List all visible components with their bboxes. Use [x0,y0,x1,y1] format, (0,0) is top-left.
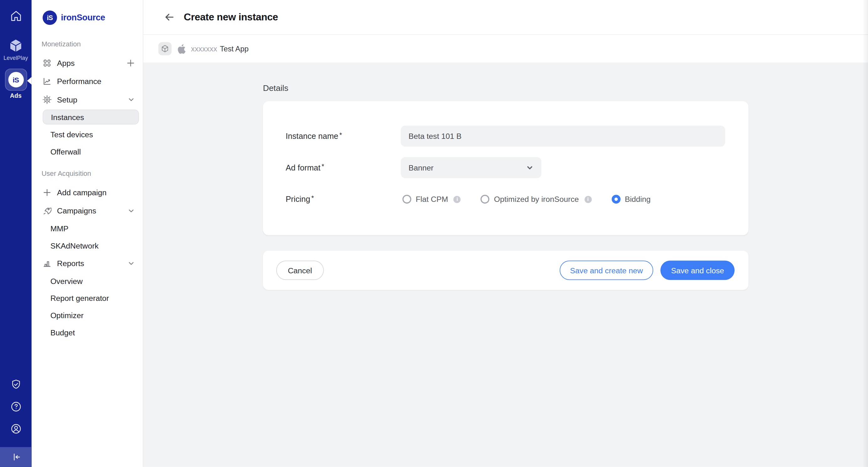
ironsource-badge-icon: iS [8,72,24,87]
account-button[interactable] [10,423,22,435]
ad-format-label: Ad format* [286,163,401,172]
collapse-icon [10,451,21,462]
cancel-button[interactable]: Cancel [276,261,323,280]
sidebar-item-label: MMP [51,224,69,233]
sidebar-item-mmp[interactable]: MMP [32,220,143,237]
sidebar-item-label: Budget [51,328,75,337]
sidebar-item-skadnetwork[interactable]: SKAdNetwork [32,237,143,254]
pricing-radio-group: Flat CPM i Optimized by ironSource i Bid… [401,189,651,210]
product-rail: LevelPlay iS Ads [0,0,32,467]
main-area: Create new instance xxxxxxx Test App Det… [143,0,868,467]
home-icon [9,9,22,23]
sidebar-item-setup[interactable]: Setup [43,90,138,108]
rail-home-button[interactable] [0,9,32,23]
add-app-button[interactable] [126,58,135,67]
app-context-bar: xxxxxxx Test App [143,35,868,62]
shield-check-icon [10,378,22,391]
rail-bottom-icons [0,378,32,435]
apps-grid-icon [43,58,52,67]
sidebar: iS ironSource Monetization Apps [32,0,144,467]
sidebar-item-offerwall[interactable]: Offerwall [32,143,143,160]
actions-card: Cancel Save and create new Save and clos… [263,251,748,290]
app-viewport: LevelPlay iS Ads [0,0,868,467]
pricing-option-flat-cpm[interactable]: Flat CPM i [402,195,461,203]
sidebar-item-label: SKAdNetwork [51,241,99,250]
sidebar-item-label: Test devices [51,130,93,138]
apple-icon [177,43,186,54]
privacy-shield-button[interactable] [10,378,22,391]
save-and-create-new-button[interactable]: Save and create new [559,261,653,280]
sidebar-item-apps[interactable]: Apps [43,54,138,72]
section-label-user-acquisition: User Acquisition [41,170,143,178]
radio-label: Bidding [625,195,650,203]
sidebar-item-performance[interactable]: Performance [43,72,138,90]
sidebar-item-overview[interactable]: Overview [32,272,143,290]
details-card: Instance name* Ad format* Banner [263,101,748,235]
help-icon [10,401,22,413]
back-button[interactable] [164,11,175,23]
sidebar-item-label: Instances [51,112,84,121]
page-header: Create new instance [143,0,868,35]
cube-icon [160,44,169,53]
save-and-close-button[interactable]: Save and close [660,261,735,280]
pricing-label: Pricing* [286,195,401,203]
pricing-option-optimized[interactable]: Optimized by ironSource i [481,195,592,203]
ironsource-logo[interactable]: iS ironSource [43,10,143,25]
sidebar-item-report-generator[interactable]: Report generator [32,289,143,306]
ironsource-logo-icon: iS [43,10,57,25]
info-icon[interactable]: i [454,196,461,203]
app-id-masked: xxxxxxx [191,44,217,53]
required-asterisk: * [311,194,314,202]
instance-name-label: Instance name* [286,132,401,140]
sidebar-item-test-devices[interactable]: Test devices [32,126,143,143]
required-asterisk: * [321,163,324,170]
sidebar-item-label: Optimizer [51,310,84,320]
instance-name-input[interactable] [401,126,725,147]
chevron-down-icon [127,259,135,267]
collapse-rail-button[interactable] [0,447,32,467]
gear-icon [43,95,52,104]
active-product-notch [27,77,31,85]
sidebar-item-optimizer[interactable]: Optimizer [32,306,143,324]
sidebar-item-label: Setup [57,95,78,104]
rail-item-label: LevelPlay [3,55,28,61]
line-chart-icon [43,76,52,85]
radio-label: Optimized by ironSource [494,195,579,203]
sidebar-item-label: Report generator [51,293,109,302]
rocket-icon [43,206,52,215]
help-button[interactable] [10,401,22,413]
chevron-down-icon [127,206,135,214]
ad-format-row: Ad format* Banner [286,157,725,178]
radio-label: Flat CPM [416,195,448,203]
details-section-label: Details [263,83,868,93]
unity-cube-icon [8,38,23,53]
sidebar-item-campaigns[interactable]: Campaigns [43,202,138,220]
sidebar-item-budget[interactable]: Budget [32,324,143,341]
ads-active-tile: iS [5,69,27,91]
chevron-down-icon [127,96,135,103]
sidebar-item-reports[interactable]: Reports [43,254,138,272]
rail-item-label: Ads [10,93,22,99]
pricing-option-bidding[interactable]: Bidding [612,195,651,203]
rail-item-levelplay[interactable]: LevelPlay [0,38,32,61]
pricing-row: Pricing* Flat CPM i Optimized by ironSou… [286,189,725,210]
app-placeholder-tile [158,42,172,55]
ad-format-select[interactable]: Banner [401,157,541,178]
content-area: Details Instance name* Ad format* Banner [143,62,868,467]
instance-name-row: Instance name* [286,126,725,147]
required-asterisk: * [339,131,342,139]
sidebar-item-label: Performance [57,76,102,85]
sidebar-item-label: Reports [57,259,84,267]
radio-selected [612,195,620,203]
chevron-down-icon [525,163,534,172]
radio-unselected [402,195,411,203]
sidebar-item-add-campaign[interactable]: Add campaign [43,183,138,201]
sidebar-item-label: Add campaign [57,188,106,197]
plus-icon [43,188,52,197]
account-icon [10,423,22,435]
sidebar-item-instances[interactable]: Instances [43,110,139,125]
info-icon[interactable]: i [585,196,592,203]
radio-unselected [481,195,490,203]
ironsource-logo-text: ironSource [61,12,105,23]
sidebar-item-label: Campaigns [57,206,96,215]
